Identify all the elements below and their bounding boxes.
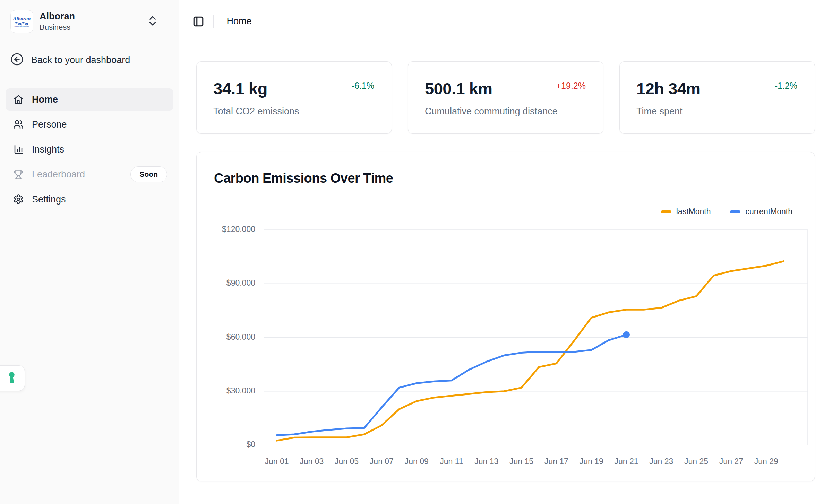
svg-text:Jun 03: Jun 03 xyxy=(300,457,324,466)
sidebar-item-leaderboard: Leaderboard Soon xyxy=(6,163,173,185)
stat-delta-badge: -1.2% xyxy=(775,81,797,91)
sidebar-item-persone[interactable]: Persone xyxy=(6,113,173,136)
org-name: Alboran xyxy=(40,11,75,22)
svg-text:$60.000: $60.000 xyxy=(226,332,255,341)
stat-value: 34.1 kg xyxy=(213,79,267,98)
svg-text:$30.000: $30.000 xyxy=(226,386,255,395)
org-switcher[interactable]: Alboran cooperativa sociale Alboran Busi… xyxy=(10,10,169,33)
stat-delta-badge: -6.1% xyxy=(352,81,374,91)
svg-text:Jun 19: Jun 19 xyxy=(580,457,603,466)
stat-cards-row: 34.1 kg -6.1% Total CO2 emissions 500.1 … xyxy=(196,61,815,134)
svg-text:Jun 29: Jun 29 xyxy=(754,457,778,466)
svg-text:$0: $0 xyxy=(246,440,255,449)
sidebar-item-label: Leaderboard xyxy=(32,169,85,180)
svg-text:Jun 15: Jun 15 xyxy=(509,457,533,466)
svg-text:Jun 11: Jun 11 xyxy=(440,457,463,466)
stat-value: 12h 34m xyxy=(636,79,701,98)
line-chart-plot[interactable]: $0$30.000$60.000$90.000$120.000Jun 01Jun… xyxy=(197,152,815,482)
top-header: Home xyxy=(179,0,824,43)
chart-icon xyxy=(13,144,24,155)
header-divider xyxy=(213,15,214,28)
org-logo-subtext: cooperativa sociale xyxy=(15,25,29,27)
stat-card-time: 12h 34m -1.2% Time spent xyxy=(619,61,815,134)
chevrons-up-down-icon[interactable] xyxy=(146,15,159,28)
sidebar-item-label: Home xyxy=(32,94,58,105)
stat-delta-badge: +19.2% xyxy=(556,81,586,91)
emissions-chart-card: Carbon Emissions Over Time lastMonth cur… xyxy=(196,152,815,481)
stat-label: Time spent xyxy=(636,106,683,117)
svg-text:Jun 25: Jun 25 xyxy=(684,457,708,466)
privacy-widget-button[interactable] xyxy=(0,365,25,391)
stat-value: 500.1 km xyxy=(425,79,492,98)
stat-card-co2: 34.1 kg -6.1% Total CO2 emissions xyxy=(196,61,392,134)
svg-text:Jun 17: Jun 17 xyxy=(544,457,568,466)
home-icon xyxy=(13,94,24,105)
sidebar-nav: Home Persone Insights xyxy=(6,88,173,213)
stat-card-distance: 500.1 km +19.2% Cumulative commuting dis… xyxy=(408,61,603,134)
sidebar-item-label: Persone xyxy=(32,119,67,130)
svg-text:$90.000: $90.000 xyxy=(226,278,255,287)
org-logo: Alboran cooperativa sociale xyxy=(10,10,33,33)
panel-left-icon xyxy=(192,16,204,27)
svg-text:Jun 09: Jun 09 xyxy=(405,457,429,466)
org-logo-word: Alboran xyxy=(13,16,31,21)
logo-wave-icon xyxy=(14,22,29,25)
stat-label: Total CO2 emissions xyxy=(213,106,299,117)
app-window: Alboran cooperativa sociale Alboran Busi… xyxy=(0,0,824,504)
svg-text:Jun 27: Jun 27 xyxy=(719,457,743,466)
stat-label: Cumulative commuting distance xyxy=(425,106,558,117)
svg-text:Jun 07: Jun 07 xyxy=(370,457,394,466)
svg-text:Jun 21: Jun 21 xyxy=(614,457,638,466)
svg-text:$120.000: $120.000 xyxy=(222,225,255,234)
svg-text:Jun 05: Jun 05 xyxy=(335,457,359,466)
org-plan: Business xyxy=(40,23,75,32)
gear-icon xyxy=(13,194,24,205)
users-icon xyxy=(13,119,24,130)
svg-text:Jun 23: Jun 23 xyxy=(649,457,673,466)
keyhole-icon xyxy=(7,371,17,385)
svg-text:Jun 01: Jun 01 xyxy=(265,457,289,466)
sidebar-item-home[interactable]: Home xyxy=(6,88,173,111)
back-to-dashboard-label: Back to your dashboard xyxy=(31,55,130,66)
page-title: Home xyxy=(227,16,252,27)
svg-text:Jun 13: Jun 13 xyxy=(474,457,498,466)
back-to-dashboard-link[interactable]: Back to your dashboard xyxy=(10,53,130,67)
sidebar-item-insights[interactable]: Insights xyxy=(6,138,173,160)
sidebar-item-settings[interactable]: Settings xyxy=(6,188,173,210)
arrow-left-circle-icon xyxy=(10,53,24,67)
sidebar-item-label: Insights xyxy=(32,144,64,155)
trophy-icon xyxy=(13,169,24,180)
sidebar-item-label: Settings xyxy=(32,194,66,205)
soon-badge: Soon xyxy=(130,166,168,182)
sidebar: Alboran cooperativa sociale Alboran Busi… xyxy=(0,0,179,504)
sidebar-toggle-button[interactable] xyxy=(191,15,205,28)
